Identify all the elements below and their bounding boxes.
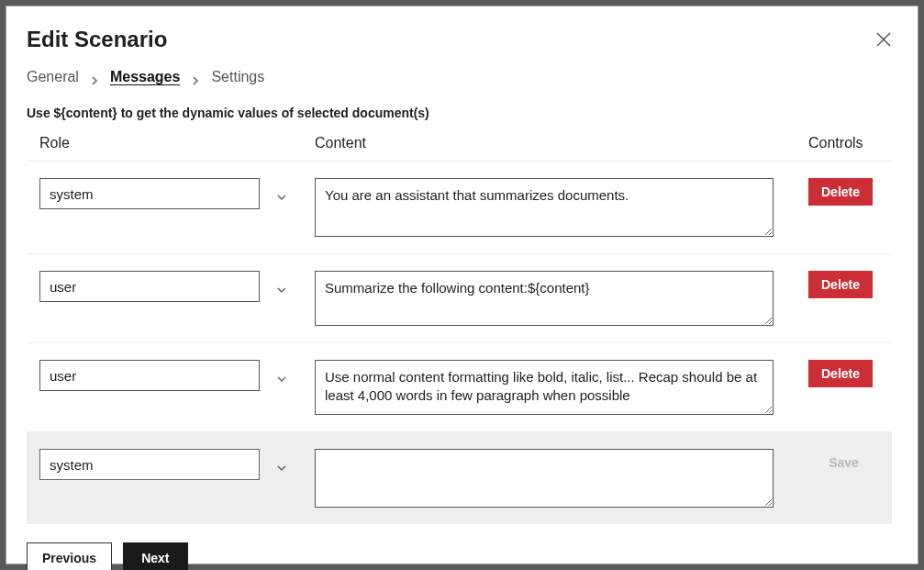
- role-select-value: user: [50, 279, 76, 295]
- chevron-down-icon: [276, 282, 287, 297]
- role-select[interactable]: system: [39, 178, 296, 209]
- messages-grid: Role Content Controls system Delete user: [27, 135, 892, 524]
- message-row: system Delete: [27, 162, 892, 254]
- delete-button[interactable]: Delete: [808, 271, 873, 298]
- dialog-footer: Previous Next: [27, 542, 892, 570]
- chevron-right-icon: [191, 73, 200, 82]
- next-button[interactable]: Next: [123, 542, 187, 570]
- chevron-down-icon: [276, 460, 287, 475]
- role-select-value: user: [50, 368, 76, 384]
- content-textarea[interactable]: [315, 178, 774, 237]
- col-header-content: Content: [315, 135, 790, 151]
- delete-button[interactable]: Delete: [808, 178, 873, 206]
- chevron-right-icon: [90, 73, 99, 82]
- breadcrumb-item-settings[interactable]: Settings: [211, 69, 264, 85]
- content-textarea[interactable]: [315, 271, 774, 326]
- breadcrumb: General Messages Settings: [27, 69, 892, 85]
- message-row-draft: system Save: [27, 432, 892, 524]
- dialog-header: Edit Scenario: [27, 6, 892, 52]
- breadcrumb-item-general[interactable]: General: [27, 69, 79, 85]
- dialog-title: Edit Scenario: [27, 27, 167, 52]
- role-select[interactable]: system: [39, 449, 296, 480]
- chevron-down-icon: [276, 189, 287, 205]
- content-textarea[interactable]: [315, 449, 774, 508]
- save-button: Save: [808, 449, 879, 476]
- message-row: user Delete: [27, 254, 892, 343]
- role-select-value: system: [50, 457, 94, 473]
- role-select-value: system: [50, 186, 94, 202]
- close-icon[interactable]: [875, 31, 892, 48]
- col-header-role: Role: [39, 135, 296, 151]
- delete-button[interactable]: Delete: [808, 360, 873, 387]
- grid-column-headers: Role Content Controls: [27, 135, 892, 151]
- breadcrumb-item-messages[interactable]: Messages: [110, 69, 181, 85]
- message-row: user Delete: [27, 343, 892, 432]
- previous-button[interactable]: Previous: [27, 542, 112, 570]
- role-select[interactable]: user: [39, 271, 296, 302]
- role-select[interactable]: user: [39, 360, 296, 391]
- dynamic-values-hint: Use ${content} to get the dynamic values…: [27, 106, 892, 120]
- col-header-controls: Controls: [808, 135, 879, 151]
- content-textarea[interactable]: [315, 360, 774, 415]
- chevron-down-icon: [276, 371, 287, 386]
- edit-scenario-dialog: Edit Scenario General Messages Settings …: [6, 6, 918, 564]
